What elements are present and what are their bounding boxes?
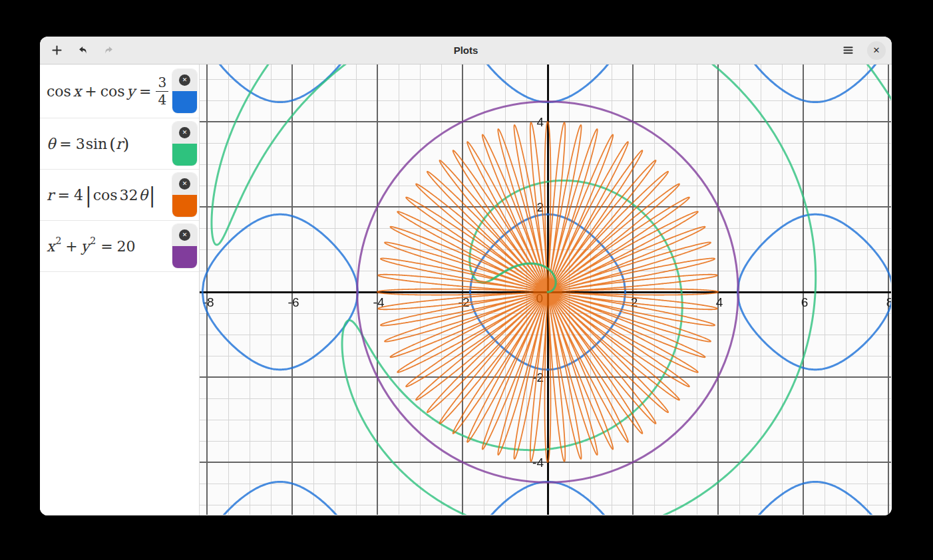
close-icon: ✕: [179, 74, 190, 86]
headerbar-right: ✕: [837, 40, 886, 61]
equation-term: +: [65, 238, 77, 255]
fraction-denominator: 4: [158, 92, 166, 107]
equation-term: (: [109, 134, 116, 154]
equation-term: =: [139, 83, 151, 100]
equation-row: θ = 3 sin ( r ) ✕: [40, 118, 199, 170]
headerbar: Plots ✕: [40, 37, 892, 65]
equation-term: x: [47, 238, 55, 255]
equation-input[interactable]: cos x + cos y = 3 4: [47, 75, 170, 107]
plus-icon: [51, 45, 63, 56]
undo-button[interactable]: [72, 40, 93, 61]
hamburger-menu-icon: [842, 45, 854, 56]
new-plot-button[interactable]: [46, 40, 67, 61]
equation-term: θ: [139, 187, 148, 204]
equation-term: 20: [117, 238, 136, 255]
equation-term: =: [59, 136, 71, 152]
redo-button[interactable]: [98, 40, 119, 61]
close-icon: ✕: [179, 178, 190, 190]
equation-term: r: [116, 136, 123, 152]
equation-term: cos: [100, 83, 125, 100]
equation-controls: ✕: [172, 224, 197, 268]
equation-color-swatch[interactable]: [172, 246, 197, 268]
fraction: 3 4: [156, 75, 168, 107]
delete-equation-button[interactable]: ✕: [172, 173, 197, 195]
delete-equation-button[interactable]: ✕: [172, 224, 197, 246]
equation-term: |: [149, 183, 156, 208]
redo-arrow-icon: [103, 45, 114, 56]
sidebar-empty-space: [40, 272, 199, 515]
equation-term: 3: [76, 136, 85, 152]
delete-equation-button[interactable]: ✕: [172, 122, 197, 144]
equation-term: |: [85, 183, 92, 208]
equation-exponent: 2: [90, 235, 96, 246]
fraction-numerator: 3: [156, 75, 168, 91]
equation-term: cos: [47, 83, 71, 100]
equation-term: y: [127, 83, 135, 100]
headerbar-left: [46, 40, 119, 61]
equation-term: =: [58, 187, 70, 204]
equation-sidebar: cos x + cos y = 3 4 ✕: [40, 65, 200, 515]
equation-row: x 2 + y 2 = 20 ✕: [40, 221, 199, 272]
plots-window: Plots ✕ cos x + cos y =: [40, 37, 892, 515]
equation-term: =: [100, 238, 112, 255]
equation-row: cos x + cos y = 3 4 ✕: [40, 65, 199, 118]
close-window-button[interactable]: ✕: [867, 41, 886, 60]
equation-term: 4: [74, 187, 83, 204]
equation-input[interactable]: r = 4 | cos 32 θ |: [47, 184, 170, 206]
undo-arrow-icon: [77, 45, 89, 56]
app-body: cos x + cos y = 3 4 ✕: [40, 65, 892, 515]
equation-color-swatch[interactable]: [172, 91, 197, 113]
equation-exponent: 2: [55, 235, 61, 246]
equation-term: ): [122, 134, 129, 154]
equation-term: y: [81, 238, 89, 255]
plot-canvas[interactable]: [200, 65, 891, 515]
equation-term: r: [47, 187, 54, 204]
equation-color-swatch[interactable]: [172, 144, 197, 166]
plot-area: [200, 65, 892, 515]
equation-input[interactable]: θ = 3 sin ( r ): [47, 134, 170, 154]
close-icon: ✕: [179, 127, 190, 138]
equation-row: r = 4 | cos 32 θ | ✕: [40, 170, 199, 221]
close-icon: ✕: [179, 229, 190, 241]
equation-controls: ✕: [172, 69, 197, 113]
equation-term: cos: [93, 187, 118, 204]
equation-term: θ: [47, 136, 55, 152]
equation-term: sin: [86, 136, 108, 152]
close-icon: ✕: [873, 45, 880, 55]
equation-controls: ✕: [172, 122, 197, 166]
equation-controls: ✕: [172, 173, 197, 217]
equation-term: +: [85, 83, 96, 100]
delete-equation-button[interactable]: ✕: [172, 69, 197, 91]
equation-input[interactable]: x 2 + y 2 = 20: [47, 238, 170, 255]
equation-term: x: [73, 83, 81, 100]
menu-button[interactable]: [837, 40, 858, 61]
equation-term: 32: [120, 187, 138, 204]
window-title: Plots: [40, 45, 892, 56]
equation-color-swatch[interactable]: [172, 195, 197, 217]
